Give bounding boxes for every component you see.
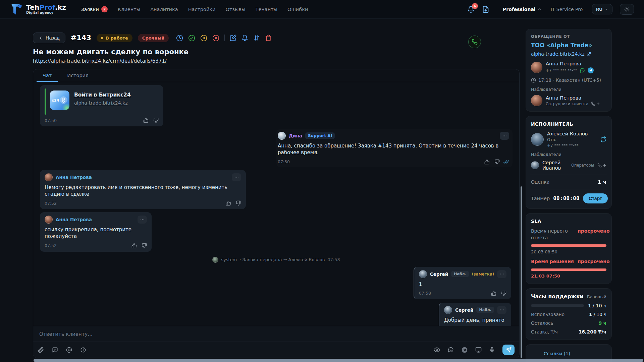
tab-chat[interactable]: Чат [37,69,58,82]
thumbs-up-icon[interactable] [226,200,231,206]
watcher-badge: Набл. [451,271,469,277]
tab-history[interactable]: История [61,69,95,82]
delete-button[interactable] [265,35,272,41]
thumbs-up-icon[interactable] [491,291,496,296]
screen-button[interactable] [475,347,482,353]
call-button[interactable] [468,36,481,48]
eye-icon [434,347,440,353]
sort-arrows-icon [253,35,260,41]
thumbs-down-icon[interactable] [153,118,159,123]
thumbs-up-icon[interactable] [143,118,149,123]
message-menu-button[interactable] [500,132,509,140]
nav-item-errors[interactable]: Ошибки [287,7,308,12]
link-preview-card[interactable]: х24 Войти в Битрикс24 alpha-trade.bitrix… [45,88,159,115]
pause-button[interactable] [200,35,207,42]
start-timer-button[interactable]: Старт [583,193,608,203]
nav-item-clients[interactable]: Клиенты [118,7,140,12]
subscribe-button[interactable] [241,35,248,41]
main-menu: Заявки2 Клиенты Аналитика Настройки Отзы… [81,6,308,12]
sort-button[interactable] [253,35,260,41]
templates-button[interactable] [52,347,58,353]
snooze-button[interactable] [176,35,183,42]
telegram-button[interactable] [461,347,468,353]
support-hours-card: Часы поддержки Базовый 1 / 10 ч Использо… [526,288,612,340]
edit-button[interactable] [230,35,236,41]
priority-badge[interactable]: Срочный [138,34,169,42]
send-button[interactable] [502,345,515,355]
tab-links[interactable]: Ссылки (1) [540,350,574,360]
watcher-role: Сотрудники клиента [546,102,588,106]
thumbs-down-icon[interactable] [501,291,506,296]
telegram-icon[interactable] [588,67,594,73]
watcher-name: Анна Петрова [546,95,600,101]
status-badge[interactable]: В работе [97,34,132,42]
support-plan: Базовый [587,294,606,299]
attach-button[interactable] [38,347,44,353]
rate-label: Ставка, ₸/ч [531,329,558,335]
watcher-badge: Набл. [476,307,494,313]
message-menu-button[interactable] [497,270,506,278]
thumbs-down-icon[interactable] [142,243,147,248]
plan-dropdown[interactable]: Professional [503,7,541,12]
avatar [531,133,544,146]
sun-icon [624,7,630,12]
assignee-label: ИСПОЛНИТЕЛЬ [531,121,573,127]
add-watcher-button[interactable] [597,163,606,168]
remaining-value: 9 ч [599,320,606,326]
whatsapp-icon [447,347,454,353]
reply-input[interactable] [33,326,519,342]
system-author: system [221,257,237,262]
message-menu-button[interactable] [232,173,241,181]
notifications-button[interactable]: 6 [467,6,475,13]
reassign-button[interactable] [600,136,606,142]
history-button[interactable] [80,347,86,353]
message-menu-button[interactable] [138,216,147,224]
assignee-phone: +7 *** *** **-** [547,143,588,148]
nav-item-settings[interactable]: Настройки [188,7,216,12]
thumbs-down-icon[interactable] [494,159,500,165]
file-plus-icon [482,6,489,13]
support-hours-title: Часы поддержки [531,294,583,300]
nav-item-tickets[interactable]: Заявки2 [81,6,108,12]
thumbs-down-icon[interactable] [236,200,241,206]
ticket-url-link[interactable]: https://alpha-trade.bitrix24.kz/crm/deal… [33,58,167,64]
author-name: Дина [289,133,302,138]
new-ticket-button[interactable] [482,6,489,13]
assignee-card: ИСПОЛНИТЕЛЬ Алексей Козлов Отв. +7 *** *… [526,116,612,209]
company-domain-link[interactable]: alpha-trade.bitrix24.kz [531,51,591,57]
nav-item-analytics[interactable]: Аналитика [150,7,178,12]
cancel-button[interactable] [212,35,219,42]
ticket-header: Назад #143 В работе Срочный [33,32,520,44]
resolve-button[interactable] [188,35,195,42]
message-menu-button[interactable] [497,306,506,314]
link-preview-title[interactable]: Войти в Битрикс24 [74,92,131,98]
message-time: 07:58 [419,291,431,296]
nav-item-tenants[interactable]: Тенанты [256,7,278,12]
back-button[interactable]: Назад [33,33,65,43]
clock-icon [531,78,536,83]
logo[interactable]: TehProf.kz Digital agency [10,3,66,16]
theme-toggle-button[interactable] [620,4,634,15]
microphone-icon [489,347,495,353]
voice-button[interactable] [489,347,495,353]
add-watcher-button[interactable] [591,102,600,106]
estimate-label: Оценка [531,179,549,185]
message-time: 07:50 [45,118,57,123]
avatar [212,257,218,263]
watcher-row: Анна Петрова Сотрудники клиента [531,95,606,106]
message-client: Анна Петрова ссылку прикрепила, посмотри… [40,212,152,252]
mention-button[interactable] [66,347,72,353]
reply-composer [33,326,519,358]
whatsapp-icon[interactable] [580,68,585,73]
whatsapp-button[interactable] [447,347,454,353]
chat-scrollbar-thumb[interactable] [521,186,522,358]
preview-button[interactable] [434,347,440,353]
company-name[interactable]: ТОО «Alpha Trade» [531,42,606,49]
plus-icon [596,102,600,106]
language-selector[interactable]: RU [592,4,612,14]
nav-item-reviews[interactable]: Отзывы [226,7,246,12]
horizontal-scrollbar-thumb[interactable] [34,359,643,362]
system-text: · Заявка передана → Алексей Козлов [239,257,325,262]
thumbs-up-icon[interactable] [131,243,137,248]
thumbs-up-icon[interactable] [484,159,490,165]
